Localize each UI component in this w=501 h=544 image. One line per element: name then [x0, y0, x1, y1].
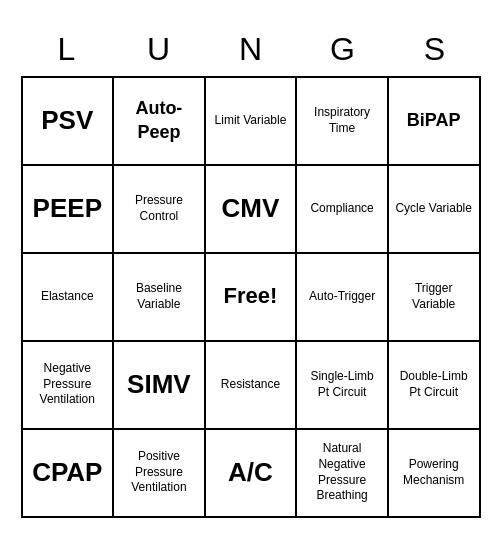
cell-r4-c2: A/C	[205, 429, 297, 517]
header-s: S	[389, 27, 481, 72]
cell-r3-c4: Double-Limb Pt Circuit	[388, 341, 480, 429]
cell-r1-c0: PEEP	[22, 165, 114, 253]
cell-r0-c3: Inspiratory Time	[296, 77, 388, 165]
header-n: N	[205, 27, 297, 72]
header-l: L	[21, 27, 113, 72]
bingo-card: L U N G S PSVAuto- PeepLimit VariableIns…	[21, 27, 481, 518]
cell-r2-c3: Auto-Trigger	[296, 253, 388, 341]
cell-r4-c0: CPAP	[22, 429, 114, 517]
bingo-grid: PSVAuto- PeepLimit VariableInspiratory T…	[21, 76, 481, 518]
cell-r1-c4: Cycle Variable	[388, 165, 480, 253]
cell-r4-c4: Powering Mechanism	[388, 429, 480, 517]
cell-r2-c2: Free!	[205, 253, 297, 341]
cell-r4-c3: Natural Negative Pressure Breathing	[296, 429, 388, 517]
cell-r2-c4: Trigger Variable	[388, 253, 480, 341]
cell-r3-c1: SIMV	[113, 341, 205, 429]
cell-r0-c2: Limit Variable	[205, 77, 297, 165]
cell-r0-c1: Auto- Peep	[113, 77, 205, 165]
bingo-header: L U N G S	[21, 27, 481, 72]
cell-r2-c0: Elastance	[22, 253, 114, 341]
cell-r1-c3: Compliance	[296, 165, 388, 253]
cell-r2-c1: Baseline Variable	[113, 253, 205, 341]
cell-r1-c1: Pressure Control	[113, 165, 205, 253]
cell-r3-c3: Single-Limb Pt Circuit	[296, 341, 388, 429]
cell-r1-c2: CMV	[205, 165, 297, 253]
header-g: G	[297, 27, 389, 72]
cell-r0-c0: PSV	[22, 77, 114, 165]
cell-r3-c0: Negative Pressure Ventilation	[22, 341, 114, 429]
cell-r0-c4: BiPAP	[388, 77, 480, 165]
cell-r3-c2: Resistance	[205, 341, 297, 429]
header-u: U	[113, 27, 205, 72]
cell-r4-c1: Positive Pressure Ventilation	[113, 429, 205, 517]
